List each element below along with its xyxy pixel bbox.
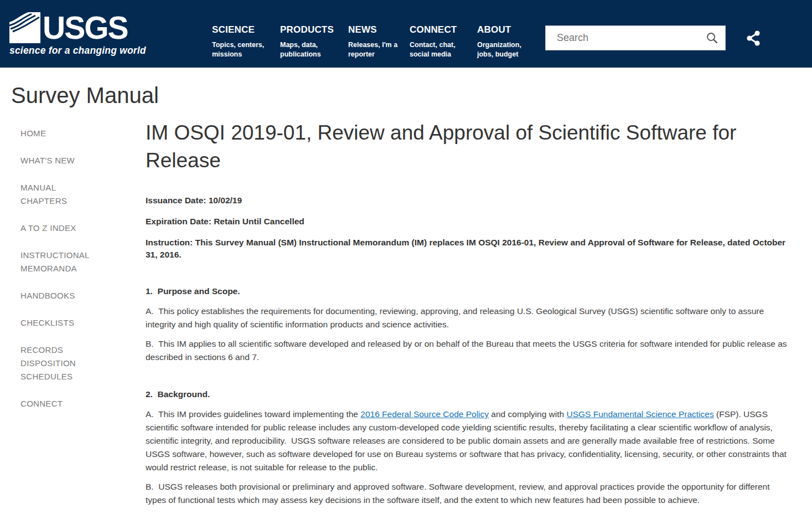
nav-label: PRODUCTS [280,24,348,35]
share-icon [745,30,762,46]
sidebar-item-a-to-z-index[interactable]: A TO Z INDEX [20,222,92,235]
sidebar-item-home[interactable]: HOME [20,127,92,140]
paragraph: A. This policy establishes the requireme… [146,305,789,331]
section-purpose-and-scope: 1. Purpose and Scope. A. This policy est… [146,286,789,364]
instruction-note: Instruction: This Survey Manual (SM) Ins… [146,237,789,261]
article-title: IM OSQI 2019-01, Review and Approval of … [146,119,743,174]
nav-item-science[interactable]: SCIENCE Topics, centers, missions [212,24,280,59]
main-content: HOME WHAT'S NEW MANUAL CHAPTERS A TO Z I… [0,119,812,513]
logo-wordmark: USGS [43,12,128,43]
search-input[interactable] [546,32,699,44]
share-button[interactable] [745,30,762,46]
article-meta: Issuance Date: 10/02/19 Expiration Date:… [146,194,789,261]
search-box [545,25,726,50]
link-federal-source-code-policy[interactable]: 2016 Federal Source Code Policy [360,409,489,419]
page-title: Survey Manual [11,83,812,108]
paragraph-text: and complying with [489,409,566,419]
paragraph-text: A. This IM provides guidelines toward im… [146,409,360,419]
nav-item-products[interactable]: PRODUCTS Maps, data, publications [280,24,348,59]
nav-label: SCIENCE [212,24,280,35]
nav-sub: Organization, jobs, budget [477,40,532,59]
logo-tagline: science for a changing world [9,45,128,56]
sidebar-item-connect[interactable]: CONNECT [20,397,92,410]
nav-sub: Maps, data, publications [280,40,335,59]
nav-sub: Releases, I'm a reporter [348,40,404,59]
nav-label: CONNECT [410,24,477,35]
sidebar-item-instructional-memoranda[interactable]: INSTRUCTIONAL MEMORANDA [20,249,92,275]
link-usgs-fundamental-science-practices[interactable]: USGS Fundamental Science Practices [566,409,713,419]
sidebar-item-handbooks[interactable]: HANDBOOKS [20,289,92,302]
sidebar-item-whats-new[interactable]: WHAT'S NEW [20,154,92,167]
issuance-date: Issuance Date: 10/02/19 [146,194,789,207]
nav-item-connect[interactable]: CONNECT Contact, chat, social media [410,24,477,59]
section-background: 2. Background. A. This IM provides guide… [146,389,789,507]
article: IM OSQI 2019-01, Review and Approval of … [146,119,789,513]
nav-item-about[interactable]: ABOUT Organization, jobs, budget [477,24,532,59]
sidebar-item-checklists[interactable]: CHECKLISTS [20,316,92,330]
sidebar-item-manual-chapters[interactable]: MANUAL CHAPTERS [20,181,92,208]
search-icon [706,32,718,44]
paragraph: B. This IM applies to all scientific sof… [146,337,789,364]
main-nav: SCIENCE Topics, centers, missions PRODUC… [212,24,532,59]
sidebar-item-records-disposition-schedules[interactable]: RECORDS DISPOSITION SCHEDULES [20,343,92,383]
section-heading: 1. Purpose and Scope. [146,286,789,296]
nav-sub: Contact, chat, social media [410,40,465,59]
usgs-waves-icon [9,12,40,43]
section-heading: 2. Background. [146,389,789,399]
nav-label: NEWS [348,24,410,35]
paragraph: B. USGS releases both provisional or pre… [146,480,789,507]
sidebar: HOME WHAT'S NEW MANUAL CHAPTERS A TO Z I… [20,119,92,424]
nav-item-news[interactable]: NEWS Releases, I'm a reporter [348,24,410,59]
paragraph: A. This IM provides guidelines toward im… [146,408,789,474]
usgs-logo[interactable]: USGS science for a changing world [9,12,128,56]
site-header: USGS science for a changing world SCIENC… [0,0,812,68]
search-button[interactable] [699,26,725,50]
nav-label: ABOUT [477,24,532,35]
expiration-date: Expiration Date: Retain Until Cancelled [146,215,789,228]
nav-sub: Topics, centers, missions [212,40,267,59]
